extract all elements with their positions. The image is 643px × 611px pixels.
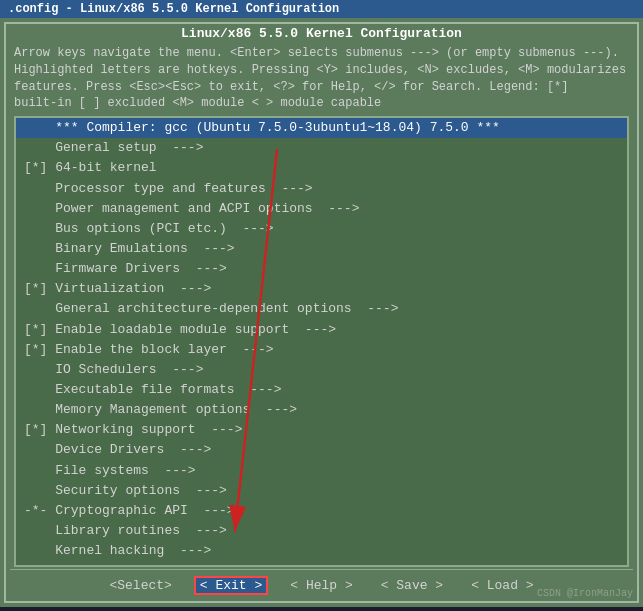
menu-item[interactable]: General architecture-dependent options -… [16,299,627,319]
menu-item[interactable]: Power management and ACPI options ---> [16,199,627,219]
title-text: .config - Linux/x86 5.5.0 Kernel Configu… [8,2,339,16]
main-container: Linux/x86 5.5.0 Kernel Configuration Arr… [0,18,643,607]
menu-item[interactable]: File systems ---> [16,461,627,481]
info-line-1: Arrow keys navigate the menu. <Enter> se… [14,45,629,62]
menu-area: *** Compiler: gcc (Ubuntu 7.5.0-3ubuntu1… [14,116,629,567]
menu-item[interactable]: *** Compiler: gcc (Ubuntu 7.5.0-3ubuntu1… [16,118,627,138]
menu-item[interactable]: -*- Cryptographic API ---> [16,501,627,521]
inner-box: Linux/x86 5.5.0 Kernel Configuration Arr… [4,22,639,603]
info-text: Arrow keys navigate the menu. <Enter> se… [6,43,637,114]
menu-item[interactable]: IO Schedulers ---> [16,360,627,380]
menu-item[interactable]: Binary Emulations ---> [16,239,627,259]
select-button[interactable]: <Select> [103,576,177,595]
menu-item[interactable]: [*] Enable the block layer ---> [16,340,627,360]
menu-item[interactable]: General setup ---> [16,138,627,158]
title-bar: .config - Linux/x86 5.5.0 Kernel Configu… [0,0,643,18]
menu-item[interactable]: Bus options (PCI etc.) ---> [16,219,627,239]
exit-button[interactable]: < Exit > [194,576,268,595]
load-button[interactable]: < Load > [465,576,539,595]
save-button[interactable]: < Save > [375,576,449,595]
help-button[interactable]: < Help > [284,576,358,595]
menu-item[interactable]: Library routines ---> [16,521,627,541]
menu-item[interactable]: Processor type and features ---> [16,179,627,199]
menu-item[interactable]: [*] Networking support ---> [16,420,627,440]
menu-item[interactable]: Firmware Drivers ---> [16,259,627,279]
watermark: CSDN @IronManJay [537,588,633,599]
menu-item[interactable]: Security options ---> [16,481,627,501]
menu-item[interactable]: [*] Enable loadable module support ---> [16,320,627,340]
menu-item[interactable]: [*] Virtualization ---> [16,279,627,299]
menu-item[interactable]: Memory Management options ---> [16,400,627,420]
menu-item[interactable]: Device Drivers ---> [16,440,627,460]
info-line-4: built-in [ ] excluded <M> module < > mod… [14,95,629,112]
config-title: Linux/x86 5.5.0 Kernel Configuration [6,24,637,43]
info-line-2: Highlighted letters are hotkeys. Pressin… [14,62,629,79]
info-line-3: features. Press <Esc><Esc> to exit, <?> … [14,79,629,96]
menu-item[interactable]: Kernel hacking ---> [16,541,627,561]
menu-list: *** Compiler: gcc (Ubuntu 7.5.0-3ubuntu1… [16,118,627,561]
menu-item[interactable]: Executable file formats ---> [16,380,627,400]
menu-item[interactable]: [*] 64-bit kernel [16,158,627,178]
